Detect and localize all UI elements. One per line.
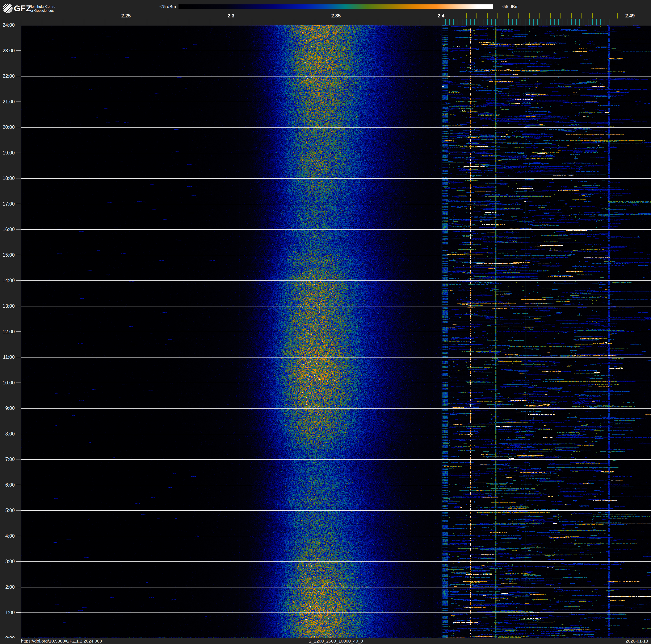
spectrogram-viewer: GFZ Helmholtz Centre for Geosciences -75… xyxy=(0,0,651,644)
freq-minor-tick xyxy=(105,19,105,25)
freq-minor-tick xyxy=(63,19,63,25)
time-label: 10:00 xyxy=(0,380,15,385)
ble-channel-tick xyxy=(537,19,538,25)
ble-channel-tick xyxy=(512,19,513,25)
ble-channel-tick xyxy=(546,19,547,25)
ble-channel-tick xyxy=(533,19,534,25)
axis-end-tick xyxy=(630,18,630,25)
freq-minor-tick xyxy=(357,19,357,25)
ble-channel-tick xyxy=(563,19,563,25)
ble-channel-tick xyxy=(445,19,445,25)
time-label: 4:00 xyxy=(0,533,15,539)
wifi-channel-tick xyxy=(550,12,551,19)
ble-channel-tick xyxy=(504,19,504,25)
ble-channel-tick xyxy=(483,19,484,25)
time-label: 15:00 xyxy=(0,252,15,258)
wifi-channel-tick xyxy=(476,12,477,19)
time-tick xyxy=(17,51,21,51)
ble-channel-tick xyxy=(458,19,458,25)
time-label: 16:00 xyxy=(0,227,15,232)
wifi-channel-tick xyxy=(497,12,498,19)
freq-tick-label: 2.35 xyxy=(331,13,341,19)
freq-tick-label: 2.25 xyxy=(121,13,131,19)
ble-channel-tick xyxy=(592,19,593,25)
freq-minor-tick xyxy=(420,19,420,25)
header-bar: GFZ Helmholtz Centre for Geosciences -75… xyxy=(0,0,651,25)
freq-tick-label: 2.49 xyxy=(625,13,635,19)
ble-channel-tick xyxy=(470,19,471,25)
time-label: 6:00 xyxy=(0,482,15,488)
time-tick xyxy=(17,331,21,332)
ble-channel-tick xyxy=(500,19,500,25)
ble-channel-tick xyxy=(604,19,605,25)
time-tick xyxy=(17,76,21,76)
time-tick xyxy=(17,408,21,408)
time-label: 1:00 xyxy=(0,610,15,615)
time-label: 24:00 xyxy=(0,22,15,28)
dataset-id-text: 2_2200_2500_10000_40_0 xyxy=(21,639,651,643)
frequency-axis: 2.252.32.352.42.49 xyxy=(0,0,651,25)
freq-tick-label: 2.3 xyxy=(228,13,235,19)
freq-minor-tick xyxy=(84,19,84,25)
ble-channel-tick xyxy=(487,19,488,25)
time-tick xyxy=(17,587,21,587)
ble-channel-tick xyxy=(575,19,576,25)
time-label: 9:00 xyxy=(0,405,15,411)
freq-minor-tick xyxy=(315,19,315,25)
time-label: 8:00 xyxy=(0,431,15,437)
freq-minor-tick xyxy=(210,19,210,25)
spectrogram-canvas xyxy=(21,25,651,638)
freq-minor-tick xyxy=(252,19,252,25)
time-tick xyxy=(17,561,21,562)
footer-bar: https://doi.org/10.5880/GFZ.1.2.2024.003… xyxy=(0,638,651,644)
ble-channel-tick xyxy=(541,19,542,25)
time-label: 13:00 xyxy=(0,303,15,309)
time-label: 18:00 xyxy=(0,176,15,181)
ble-channel-tick xyxy=(508,19,508,25)
time-label: 20:00 xyxy=(0,124,15,130)
time-label: 19:00 xyxy=(0,150,15,155)
time-tick xyxy=(17,101,21,102)
ble-channel-tick xyxy=(579,19,580,25)
freq-minor-tick xyxy=(42,19,42,25)
ble-channel-tick xyxy=(454,19,454,25)
time-tick xyxy=(17,434,21,434)
time-tick xyxy=(17,485,21,485)
ble-channel-tick xyxy=(474,19,475,25)
time-label: 14:00 xyxy=(0,277,15,283)
freq-minor-tick xyxy=(273,19,273,25)
ble-channel-tick xyxy=(495,19,496,25)
ble-channel-tick xyxy=(550,19,551,25)
wifi-channel-tick xyxy=(592,12,593,19)
time-tick xyxy=(17,306,21,306)
ble-channel-tick xyxy=(567,19,567,25)
wifi-channel-tick xyxy=(529,12,530,19)
ble-channel-tick xyxy=(525,19,525,25)
ble-channel-tick xyxy=(558,19,559,25)
ble-channel-tick xyxy=(554,19,555,25)
wifi-channel-tick xyxy=(571,12,571,19)
time-tick xyxy=(17,229,21,230)
time-label: 2:00 xyxy=(0,584,15,590)
time-label: 23:00 xyxy=(0,48,15,53)
ble-channel-tick xyxy=(478,19,479,25)
time-tick xyxy=(17,459,21,460)
ble-channel-tick xyxy=(521,19,521,25)
freq-minor-tick xyxy=(189,19,189,25)
time-label: 12:00 xyxy=(0,329,15,334)
time-axis: 24:0023:0022:0021:0020:0019:0018:0017:00… xyxy=(0,0,21,644)
freq-minor-tick xyxy=(378,19,378,25)
freq-minor-tick xyxy=(126,19,126,25)
ble-channel-tick xyxy=(449,19,450,25)
freq-tick-label: 2.4 xyxy=(438,13,444,19)
time-tick xyxy=(17,357,21,357)
time-tick xyxy=(17,153,21,153)
time-label: 11:00 xyxy=(0,354,15,360)
time-tick xyxy=(17,255,21,255)
freq-minor-tick xyxy=(147,19,147,25)
wifi-channel-tick xyxy=(560,12,561,19)
ble-channel-tick xyxy=(588,19,588,25)
time-label: 17:00 xyxy=(0,201,15,207)
wifi-channel-tick xyxy=(466,12,467,19)
time-label: 21:00 xyxy=(0,99,15,105)
